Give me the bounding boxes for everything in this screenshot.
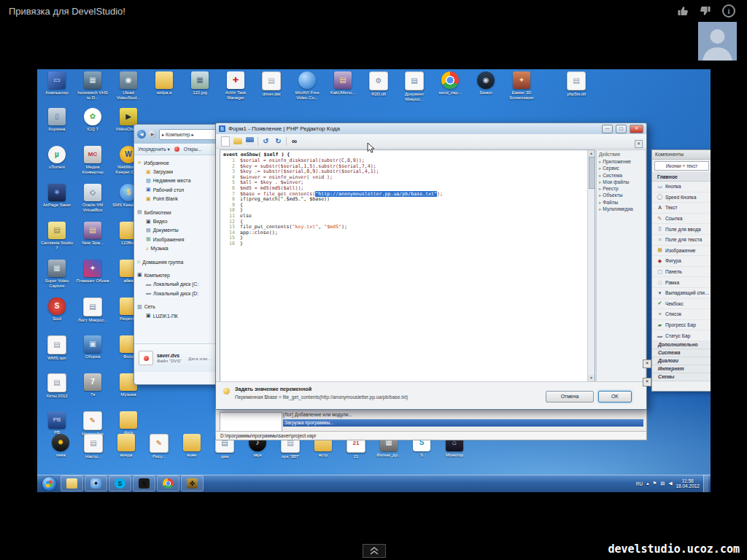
action-category[interactable]: ▸Реестр [599,186,646,192]
panel-close-icon[interactable]: ✕ [643,378,651,386]
cancel-button[interactable]: Отмена [546,391,594,402]
component-item[interactable]: Система [652,349,711,357]
desktop-icon[interactable]: ▣ Сборка [76,335,109,373]
component-item[interactable]: ▬ Статус Бар [652,330,711,341]
taskbar-app-button[interactable]: 5 [133,475,155,491]
panel-close-icon[interactable]: ✕ [643,359,651,368]
desktop-icon[interactable]: 7 7я [76,373,109,411]
taskbar-app-button[interactable]: S [109,475,131,491]
desktop-icon[interactable]: ✚ AnVir Task Manager [219,71,252,102]
desktop-icon[interactable]: ⚙ R2D.dll [362,71,395,102]
desktop-icon[interactable]: ▤ php5ts.dll [560,71,593,102]
taskbar-app-button[interactable] [157,475,179,491]
desktop-icon[interactable]: ✹ тема [46,434,75,459]
desktop-icon[interactable]: ▤ KakUMenu... [326,71,360,102]
network-icon[interactable]: ▤ [660,481,665,486]
component-item[interactable]: ≡ Список [652,309,711,320]
code-scrollbar[interactable]: ▲ ▼ [587,150,595,381]
component-item[interactable]: ✔ Чекбокс [652,299,711,310]
component-item[interactable]: ≡ Поле для текста [652,235,711,246]
component-item[interactable]: Интернет [652,365,711,373]
desktop-icon[interactable]: ▤ Лист Микрос... [76,298,109,335]
desktop-icon[interactable]: µ uTorrent [40,146,74,184]
clock[interactable]: 11:58 18.04.2012 [676,478,700,489]
action-category[interactable]: ▸Приложение [599,159,646,166]
component-item[interactable]: ▯ Поле для ввода [652,224,711,235]
collapse-chevron-button[interactable] [363,544,386,558]
desktop-icon[interactable]: ◇ Oracle VM VirtualBox [76,184,109,222]
component-item[interactable]: ▾ Выпадающий спи... [652,288,711,299]
editor-titlebar[interactable]: В Форм1 - Появление | PHP Редактор Кода … [216,123,646,134]
desktop-icon[interactable]: ▤ Camtasia Studio 7 [40,222,74,260]
component-item[interactable]: ▦ Изображение [652,246,711,257]
desktop-icon[interactable]: ✳ AirPage Saver [40,184,74,222]
find-icon[interactable]: ∞ [290,136,299,146]
open-button[interactable]: Откры... [184,147,202,152]
scrollbar-thumb[interactable] [589,157,595,189]
desktop-icon[interactable]: вове [177,434,206,459]
desktop-icon[interactable]: ▭ Компьютер [40,71,74,102]
desktop-icon[interactable]: ✦ Easter 3D Screensaver [505,71,538,102]
component-item[interactable]: ▭ Кнопка [652,182,711,192]
action-category[interactable]: ▸Мультимедиа [599,206,646,213]
action-category[interactable]: ▸Файлы [599,200,646,206]
desktop-icon[interactable]: ▤ driver.dat [255,71,288,102]
taskbar-app-button[interactable]: ✜ [181,475,204,491]
desktop-icon[interactable]: widpa.a [147,71,181,102]
desktop-icon[interactable]: ▤ Настр... [79,434,108,459]
desktop-icon[interactable]: ✎ Рису... [144,434,174,459]
undo-icon[interactable]: ↺ [261,136,271,146]
save-icon[interactable] [246,137,254,145]
component-item[interactable]: Диалоги [652,357,711,365]
desktop-icon[interactable]: ◉ Ulead VideoStud... [112,71,145,102]
action-category[interactable]: ▸Система [599,173,646,179]
back-button[interactable]: ◀ [137,130,146,139]
ok-button[interactable]: OK [598,391,632,402]
thumb-up-icon[interactable] [677,5,689,17]
component-item[interactable]: Дополнительно [652,341,711,349]
action-category[interactable]: ▸Объекты [599,192,646,199]
log-line-selected[interactable]: Загрузка программы... [283,419,643,427]
components-view-mode[interactable]: Иконки + текст [654,161,709,171]
desktop-icon[interactable]: ▦ Super Video Capture [40,260,74,298]
component-item[interactable]: ▰ Прогресс Бар [652,320,711,331]
close-button[interactable]: ✕ [630,125,643,133]
action-category[interactable]: ▸Мои файлы [599,179,646,186]
start-button[interactable] [42,477,56,491]
maximize-button[interactable]: ▢ [616,125,627,133]
desktop-icon[interactable]: ▯ Корзина [40,108,74,146]
component-item[interactable]: A Текст [652,203,711,214]
taskbar-app-button[interactable] [61,475,83,491]
action-center-flag-icon[interactable]: ⚑ [652,481,657,486]
component-item[interactable]: ✎ Ссылка [652,214,711,225]
component-item[interactable]: ▢ Панель [652,267,711,278]
tray-expand-icon[interactable]: ▴ [646,481,649,486]
desktop-icon[interactable]: ✿ ICQ 7 [76,108,109,146]
minimize-button[interactable]: — [602,125,613,133]
redo-icon[interactable]: ↻ [274,136,283,146]
forward-button[interactable]: ▶ [148,130,157,139]
taskbar-app-button[interactable]: ✦ [85,475,107,491]
language-indicator[interactable]: RU [636,481,643,486]
component-item[interactable]: Главное [652,172,711,182]
avatar[interactable] [698,22,737,61]
component-item[interactable]: ◆ Фигура [652,256,711,267]
component-item[interactable]: Схемы [652,373,711,381]
desktop-icon[interactable]: send_zap... [433,71,467,102]
desktop-icon[interactable]: ▤ New Эра... [76,222,109,260]
code-area[interactable]: event onShow( $self ) { 1$serial = osinf… [220,149,595,382]
desktop-icon[interactable]: ▦ 122.jpg [183,71,217,102]
desktop-icon[interactable]: MC Медиа Конвертер [76,146,109,184]
volume-icon[interactable]: ◀ [668,481,672,486]
desktop-icon[interactable]: винда [112,434,141,459]
show-desktop-button[interactable] [703,475,708,492]
actions-panel-close-icon[interactable]: ✕ [635,140,643,148]
desktop-icon[interactable]: ▤ Документ Микрос... [398,71,431,102]
desktop-icon[interactable]: ▤ Хиты 2012 [40,373,74,411]
new-file-icon[interactable] [221,136,230,147]
thumb-down-icon[interactable] [700,5,711,17]
scroll-down-icon[interactable]: ▼ [588,375,595,381]
info-icon[interactable]: i [722,4,735,18]
component-item[interactable]: □ Рамка [652,277,711,288]
desktop-icon[interactable]: ◉ Steam [469,71,503,102]
